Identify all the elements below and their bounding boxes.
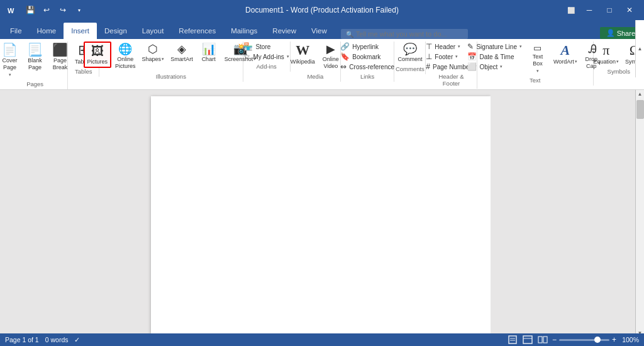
group-media: W Wikipedia ▶ OnlineVideo Media <box>291 42 341 82</box>
store-button[interactable]: 🏪 Store <box>241 42 291 52</box>
read-mode-button[interactable] <box>537 335 548 345</box>
hyperlink-button[interactable]: 🔗 Hyperlink <box>338 42 397 52</box>
header-icon: ⊤ <box>426 42 432 51</box>
tell-me-box[interactable]: 🔍 <box>341 29 468 39</box>
equation-icon: π <box>602 43 609 57</box>
blank-page-button[interactable]: 📃 BlankPage <box>23 42 47 73</box>
ribbon-content: 📄 CoverPage ▾ 📃 BlankPage ⬛ PageBreak Pa… <box>0 39 644 90</box>
wikipedia-button[interactable]: W Wikipedia <box>288 42 318 67</box>
page-break-icon: ⬛ <box>52 43 68 56</box>
tab-mailings[interactable]: Mailings <box>223 23 265 39</box>
scroll-thumb[interactable] <box>636 100 644 119</box>
addins-label: Add-ins <box>257 63 277 72</box>
maximize-button[interactable]: □ <box>600 1 619 20</box>
web-layout-view-button[interactable] <box>522 335 533 345</box>
word-count: 0 words <box>45 336 69 343</box>
quick-access-toolbar: 💾 ↩ ↪ ▾ <box>23 3 87 18</box>
comments-items: 💬 Comment <box>395 42 425 64</box>
title-bar: W 💾 ↩ ↪ ▾ Document1 - Word (Product Acti… <box>0 0 644 20</box>
tab-file[interactable]: File <box>3 23 30 39</box>
accessibility-check: ✓ <box>74 336 80 344</box>
hyperlink-icon: 🔗 <box>340 42 350 51</box>
illustrations-items: 🖼 Pictures 🌐 OnlinePictures ⬡ Shapes ▾ ◈ <box>84 42 259 72</box>
scrollbar-vertical[interactable]: ▲ ▼ <box>635 90 644 338</box>
group-comments: 💬 Comment Comments <box>394 42 426 74</box>
scroll-up-arrow[interactable]: ▲ <box>636 90 645 99</box>
group-addins: 🏪 Store ☆ My Add-ins ▾ Add-ins <box>243 42 291 72</box>
signature-line-button[interactable]: ✎ Signature Line ▾ <box>465 42 525 52</box>
signature-line-icon: ✎ <box>467 42 474 51</box>
comment-button[interactable]: 💬 Comment <box>395 42 425 64</box>
signature-line-dropdown: ▾ <box>519 44 522 49</box>
shapes-icon: ⬡ <box>148 43 158 55</box>
status-bar: Page 1 of 1 0 words ✓ − + 100% <box>0 333 644 346</box>
group-text: ✎ Signature Line ▾ 📅 Date & Time ⬜ Objec… <box>477 42 594 86</box>
zoom-level[interactable]: 100% <box>620 336 639 343</box>
svg-text:W: W <box>8 7 14 14</box>
document-canvas[interactable] <box>151 96 491 335</box>
zoom-out-icon[interactable]: − <box>552 335 557 344</box>
tab-home[interactable]: Home <box>30 23 64 39</box>
pages-items: 📄 CoverPage ▾ 📃 BlankPage ⬛ PageBreak <box>0 42 72 79</box>
group-illustrations: 🖼 Pictures 🌐 OnlinePictures ⬡ Shapes ▾ ◈ <box>99 42 243 82</box>
cover-page-icon: 📄 <box>2 43 18 56</box>
wordart-dropdown: ▾ <box>575 59 577 64</box>
zoom-thumb[interactable] <box>594 337 601 343</box>
wikipedia-icon: W <box>296 43 309 57</box>
media-label: Media <box>307 73 323 82</box>
undo-button[interactable]: ↩ <box>39 3 54 18</box>
online-pictures-button[interactable]: 🌐 OnlinePictures <box>113 42 138 72</box>
online-video-icon: ▶ <box>326 43 335 55</box>
smartart-button[interactable]: ◈ SmartArt <box>168 42 196 64</box>
cross-reference-button[interactable]: ⇔ Cross-reference <box>338 62 397 72</box>
tab-review[interactable]: Review <box>265 23 304 39</box>
bookmark-icon: 🔖 <box>340 52 350 61</box>
cover-page-button[interactable]: 📄 CoverPage ▾ <box>0 42 22 79</box>
customize-qa-button[interactable]: ▾ <box>72 3 87 18</box>
redo-button[interactable]: ↪ <box>55 3 70 18</box>
zoom-slider[interactable]: − + <box>552 335 616 344</box>
tab-view[interactable]: View <box>304 23 335 39</box>
my-addins-button[interactable]: ☆ My Add-ins ▾ <box>241 52 291 62</box>
equation-button[interactable]: π Equation ▾ <box>591 42 622 67</box>
tab-insert[interactable]: Insert <box>64 23 97 39</box>
tab-design[interactable]: Design <box>97 23 135 39</box>
tell-me-input[interactable] <box>356 30 463 38</box>
wordart-button[interactable]: A WordArt ▾ <box>551 42 580 67</box>
status-right: − + 100% <box>507 335 639 345</box>
object-dropdown: ▾ <box>500 64 502 69</box>
page-number-icon: # <box>426 62 430 71</box>
search-icon: 🔍 <box>346 31 353 38</box>
shapes-button[interactable]: ⬡ Shapes ▾ <box>140 42 167 64</box>
cover-page-dropdown: ▾ <box>9 72 11 77</box>
online-pictures-icon: 🌐 <box>118 43 132 55</box>
bookmark-button[interactable]: 🔖 Bookmark <box>338 52 397 62</box>
chart-button[interactable]: 📊 Chart <box>197 42 221 64</box>
close-button[interactable]: ✕ <box>620 1 639 20</box>
print-layout-view-button[interactable] <box>507 335 518 345</box>
zoom-bar[interactable] <box>559 339 609 341</box>
date-time-button[interactable]: 📅 Date & Time <box>465 52 525 62</box>
tab-layout[interactable]: Layout <box>135 23 172 39</box>
comment-icon: 💬 <box>403 43 417 55</box>
svg-rect-8 <box>543 337 547 343</box>
ribbon-scroll-button[interactable]: ▲ <box>635 39 644 77</box>
minimize-button[interactable]: ─ <box>580 1 599 20</box>
save-button[interactable]: 💾 <box>23 3 38 18</box>
tab-references[interactable]: References <box>171 23 223 39</box>
object-icon: ⬜ <box>467 62 477 71</box>
shapes-dropdown-arrow: ▾ <box>162 57 164 62</box>
text-box-button[interactable]: ▭ TextBox ▾ <box>526 42 550 75</box>
media-items: W Wikipedia ▶ OnlineVideo <box>288 42 343 72</box>
text-box-dropdown: ▾ <box>536 69 539 74</box>
scroll-down-icon: ▲ <box>638 46 643 52</box>
main-area: ▲ ▼ <box>0 90 644 338</box>
object-button[interactable]: ⬜ Object ▾ <box>465 62 525 72</box>
ribbon-display-button[interactable]: ⬜ <box>564 3 579 18</box>
header-footer-label: Header & Footer <box>430 73 472 89</box>
window-title: Document1 - Word (Product Activation Fai… <box>245 6 399 14</box>
pictures-button[interactable]: 🖼 Pictures <box>84 42 112 68</box>
links-items: 🔗 Hyperlink 🔖 Bookmark ⇔ Cross-reference <box>338 42 397 72</box>
group-pages: 📄 CoverPage ▾ 📃 BlankPage ⬛ PageBreak Pa… <box>3 42 68 89</box>
zoom-in-icon[interactable]: + <box>612 335 616 344</box>
